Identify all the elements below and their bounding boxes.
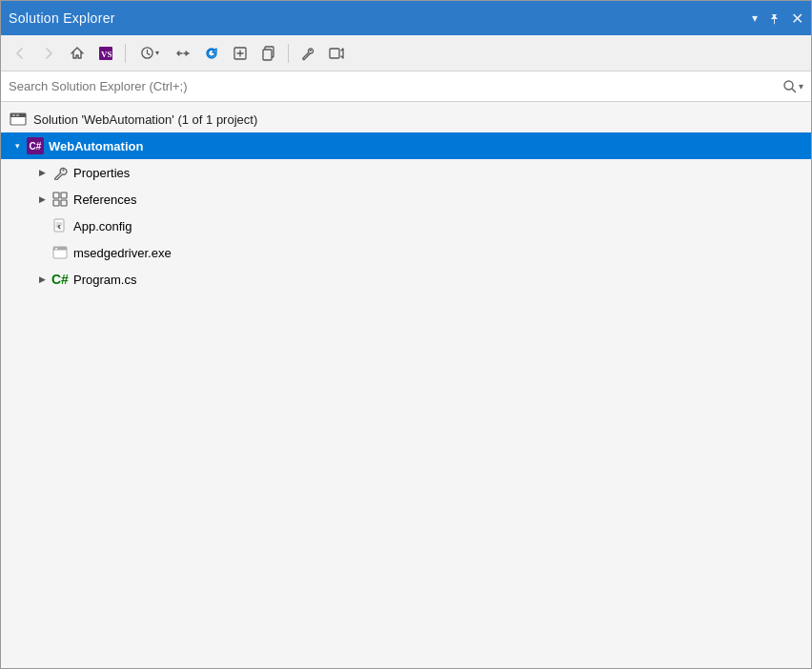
tree-item-appconfig[interactable]: ▶ App.config: [1, 213, 811, 239]
toolbar: VS ▾: [1, 35, 811, 71]
csharp-file-icon: C#: [51, 270, 70, 289]
svg-rect-17: [61, 200, 67, 206]
title-bar-controls: ▾ 🖈 ✕: [752, 10, 803, 28]
svg-point-13: [63, 170, 65, 172]
tree-item-properties[interactable]: ▶ Properties: [1, 159, 811, 186]
refresh-button[interactable]: [198, 41, 225, 66]
solution-icon: [9, 110, 28, 129]
svg-rect-7: [330, 49, 339, 58]
dropdown-icon[interactable]: ▾: [752, 11, 758, 25]
tree-content: Solution 'WebAutomation' (1 of 1 project…: [1, 102, 811, 668]
expander-references[interactable]: ▶: [33, 186, 51, 213]
svg-text:VS: VS: [101, 50, 112, 59]
home-button[interactable]: [64, 41, 91, 66]
title-bar: Solution Explorer ▾ 🖈 ✕: [1, 1, 811, 35]
svg-rect-14: [53, 193, 59, 198]
msedgedriver-label: msedgedriver.exe: [73, 246, 172, 260]
svg-point-6: [310, 50, 312, 51]
search-bar[interactable]: ▾: [1, 71, 811, 102]
title-bar-text: Solution Explorer: [9, 10, 744, 26]
tree-item-msedgedriver[interactable]: ▶ msedgedriver.exe: [1, 239, 811, 266]
appconfig-label: App.config: [73, 219, 132, 233]
search-input[interactable]: [9, 79, 782, 93]
sync-button[interactable]: [170, 41, 196, 66]
references-icon: [51, 190, 70, 209]
cs-badge: C#: [27, 137, 44, 154]
exe-icon: [51, 243, 70, 262]
vs-icon-button[interactable]: VS: [92, 41, 119, 66]
preview-button[interactable]: [323, 41, 350, 66]
close-button[interactable]: ✕: [791, 10, 803, 28]
references-label: References: [73, 193, 136, 207]
programcs-label: Program.cs: [73, 273, 136, 287]
svg-text:C#: C#: [51, 272, 69, 287]
webautomation-label: WebAutomation: [49, 139, 143, 153]
pin-button[interactable]: 🖈: [767, 10, 782, 27]
properties-button[interactable]: [294, 41, 321, 66]
expander-webautomation[interactable]: ▾: [9, 132, 26, 159]
appconfig-icon: [51, 216, 70, 235]
svg-rect-11: [12, 115, 15, 116]
tree-item-references[interactable]: ▶ References: [1, 186, 811, 213]
expander-programcs[interactable]: ▶: [33, 266, 51, 293]
forward-button[interactable]: [35, 41, 62, 66]
collapse-button[interactable]: [227, 41, 254, 66]
search-icon-button[interactable]: ▾: [782, 79, 803, 94]
search-dropdown-arrow[interactable]: ▾: [799, 81, 803, 91]
back-button[interactable]: [7, 41, 33, 66]
copy-button[interactable]: [255, 41, 282, 66]
tree-item-programcs[interactable]: ▶ C# Program.cs: [1, 266, 811, 293]
solution-explorer-window: Solution Explorer ▾ 🖈 ✕: [0, 0, 812, 669]
history-button[interactable]: ▾: [132, 41, 168, 66]
properties-icon: [51, 163, 70, 182]
svg-rect-5: [263, 50, 272, 60]
solution-row: Solution 'WebAutomation' (1 of 1 project…: [1, 106, 811, 132]
solution-label: Solution 'WebAutomation' (1 of 1 project…: [33, 112, 257, 127]
csharp-project-icon: C#: [26, 136, 45, 155]
svg-rect-21: [55, 248, 57, 250]
history-dropdown-arrow: ▾: [155, 50, 159, 57]
tree-item-webautomation[interactable]: ▾ C# WebAutomation: [1, 132, 811, 159]
separator-1: [125, 44, 126, 63]
separator-2: [288, 44, 289, 63]
expander-properties[interactable]: ▶: [33, 159, 51, 186]
svg-rect-15: [61, 193, 67, 198]
svg-rect-16: [53, 200, 59, 206]
svg-rect-12: [16, 115, 19, 116]
properties-label: Properties: [73, 166, 130, 180]
